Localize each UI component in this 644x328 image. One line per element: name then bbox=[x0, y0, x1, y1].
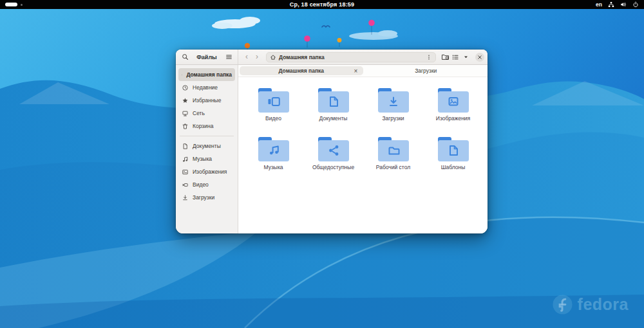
current-location: Домашняя папка bbox=[279, 54, 423, 60]
folder-item-videos[interactable]: Видео bbox=[243, 87, 303, 136]
back-button[interactable]: ‹ bbox=[242, 52, 252, 62]
top-bar: Ср, 18 сентября 18:59 en bbox=[0, 0, 644, 9]
folder-item-music[interactable]: Музыка bbox=[243, 136, 303, 185]
tab-home[interactable]: Домашняя папка × bbox=[240, 66, 363, 75]
tab-downloads[interactable]: Загрузки bbox=[365, 65, 488, 77]
activities-pill[interactable] bbox=[5, 3, 17, 6]
volume-icon[interactable] bbox=[620, 1, 627, 8]
sidebar-item-videos[interactable]: Видео bbox=[178, 178, 235, 191]
hamburger-menu-button[interactable] bbox=[223, 52, 234, 62]
clock-menu[interactable]: Ср, 18 сентября 18:59 bbox=[290, 0, 355, 9]
fedora-wordmark: fedora bbox=[578, 295, 629, 314]
sidebar-item-pictures[interactable]: Изображения bbox=[178, 165, 235, 178]
folder-item-documents[interactable]: Документы bbox=[303, 87, 363, 136]
sidebar-item-downloads[interactable]: Загрузки bbox=[178, 191, 235, 204]
power-icon[interactable] bbox=[632, 1, 639, 8]
tab-close-button[interactable]: × bbox=[352, 67, 360, 75]
folder-item-desktop[interactable]: Рабочий стол bbox=[363, 136, 423, 185]
folder-item-pictures[interactable]: Изображения bbox=[423, 87, 483, 136]
header-bar: Файлы ‹ › Домашняя папка bbox=[176, 50, 488, 65]
folder-item-downloads[interactable]: Загрузки bbox=[363, 87, 423, 136]
clock-icon bbox=[182, 84, 189, 91]
sidebar-separator bbox=[180, 136, 234, 136]
toolbar: ‹ › Домашняя папка bbox=[238, 50, 488, 64]
keyboard-layout-indicator[interactable]: en bbox=[596, 1, 602, 8]
home-icon bbox=[182, 71, 182, 78]
sidebar-item-starred[interactable]: Избранные bbox=[178, 94, 235, 107]
path-bar[interactable]: Домашняя папка bbox=[266, 52, 436, 62]
sidebar-item-trash[interactable]: Корзина bbox=[178, 120, 235, 132]
sidebar-item-home[interactable]: Домашняя папка bbox=[178, 68, 235, 81]
document-icon bbox=[182, 143, 189, 150]
sidebar-item-documents[interactable]: Документы bbox=[178, 140, 235, 152]
music-icon bbox=[182, 156, 189, 163]
sidebar-header: Файлы bbox=[176, 50, 238, 64]
sidebar: Домашняя папка Недавние Избранные Сеть К… bbox=[176, 65, 238, 233]
folder-grid: Видео Документы Загрузки Изображения bbox=[238, 77, 488, 233]
files-window: Файлы ‹ › Домашняя папка bbox=[176, 50, 488, 233]
tab-bar: Домашняя папка × Загрузки bbox=[238, 65, 488, 77]
video-icon bbox=[182, 181, 189, 188]
forward-button[interactable]: › bbox=[252, 52, 262, 62]
app-title: Файлы bbox=[196, 54, 217, 60]
sidebar-item-network[interactable]: Сеть bbox=[178, 107, 235, 120]
folder-item-public[interactable]: Общедоступные bbox=[303, 136, 363, 185]
network-wired-icon[interactable] bbox=[608, 1, 614, 8]
download-icon bbox=[182, 194, 189, 201]
desktop: fedora Файлы ‹ › Домашняя папка bbox=[0, 9, 644, 328]
search-folder-button[interactable] bbox=[440, 52, 450, 62]
main-pane: Домашняя папка × Загрузки Видео Докумен bbox=[238, 65, 488, 233]
home-icon bbox=[270, 54, 276, 60]
fedora-watermark: fedora bbox=[552, 294, 629, 315]
view-options-dropdown[interactable] bbox=[460, 52, 471, 62]
location-menu-icon[interactable] bbox=[426, 54, 432, 60]
list-view-button[interactable] bbox=[450, 52, 460, 62]
system-tray[interactable]: en bbox=[596, 0, 639, 9]
network-icon bbox=[182, 110, 189, 117]
window-close-button[interactable] bbox=[475, 53, 484, 62]
search-button[interactable] bbox=[180, 52, 190, 62]
trash-icon bbox=[182, 123, 189, 130]
workspace-dot bbox=[21, 4, 23, 6]
folder-item-templates[interactable]: Шаблоны bbox=[423, 136, 483, 185]
sidebar-item-music[interactable]: Музыка bbox=[178, 152, 235, 165]
star-icon bbox=[182, 97, 189, 104]
image-icon bbox=[182, 169, 189, 176]
sidebar-item-recent[interactable]: Недавние bbox=[178, 81, 235, 94]
fedora-logo-icon bbox=[552, 294, 573, 315]
